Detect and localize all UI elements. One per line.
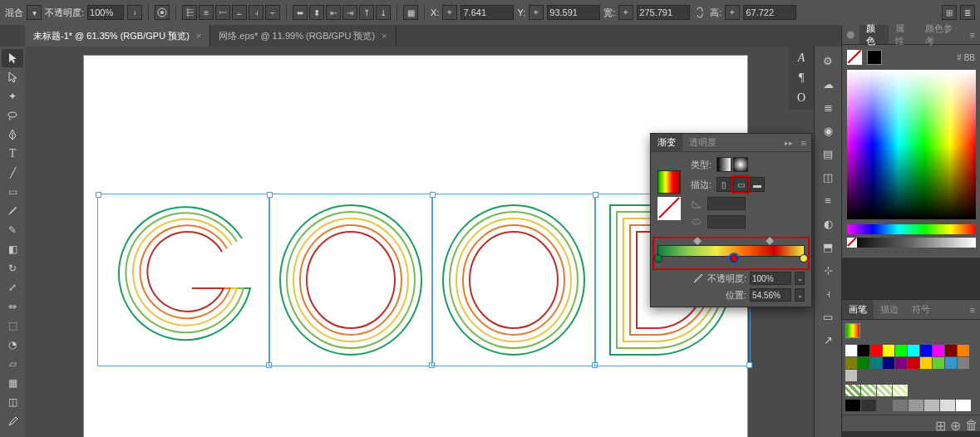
document-tab[interactable]: 未标题-1* @ 61.35% (RGB/GPU 预览) × — [25, 25, 210, 47]
color-spectrum[interactable] — [847, 70, 976, 219]
properties-icon[interactable]: ⚙ — [819, 52, 837, 70]
swatch-cell[interactable] — [895, 345, 907, 356]
y-link-icon[interactable]: ⌖ — [529, 5, 544, 20]
tab-symbols[interactable]: 符号 — [905, 300, 937, 319]
transform-panel-icon[interactable]: ⊹ — [819, 261, 837, 279]
new-swatch-icon[interactable]: ⊕ — [950, 418, 962, 430]
gray-swatch[interactable] — [845, 400, 860, 411]
current-swatch[interactable] — [845, 323, 860, 338]
pathfinder-icon[interactable]: ⬒ — [819, 238, 837, 256]
distribute-left-icon[interactable]: ⇤ — [326, 5, 341, 20]
angle-input[interactable] — [707, 197, 746, 210]
direct-selection-tool[interactable] — [2, 68, 23, 86]
x-link-icon[interactable]: ⌖ — [442, 5, 457, 20]
gradient-panel[interactable]: 渐变 透明度 ▸▸ ≡ 类型: 描边: — [650, 133, 812, 307]
stroke-swatch[interactable] — [867, 50, 882, 65]
fill-stroke-indicator[interactable]: # BB — [847, 50, 975, 65]
collapse-icon[interactable]: ▸▸ — [781, 139, 796, 147]
gray-swatch[interactable] — [877, 400, 892, 411]
align-right-icon[interactable]: ⬳ — [215, 5, 230, 20]
gradient-stop[interactable] — [654, 254, 662, 263]
gray-swatch[interactable] — [956, 400, 971, 411]
x-input[interactable] — [460, 5, 514, 20]
swatch-cell[interactable] — [845, 345, 857, 356]
swatch-cell[interactable] — [870, 345, 882, 356]
paintbrush-tool[interactable] — [2, 202, 23, 220]
opacity-input[interactable] — [87, 5, 124, 20]
swatch-cell[interactable] — [845, 357, 857, 369]
rotate-tool[interactable]: ↻ — [2, 259, 23, 277]
y-input[interactable] — [547, 5, 600, 20]
stroke-icon[interactable]: ≡ — [819, 191, 837, 209]
align-left-icon[interactable]: ⬱ — [182, 5, 197, 20]
swatch-cell[interactable] — [933, 345, 944, 356]
graphic-styles-icon[interactable]: ▤ — [819, 145, 837, 163]
gradient-stop[interactable] — [800, 254, 808, 263]
swatch-library-icon[interactable]: ⊞ — [935, 418, 947, 430]
gradient-preview[interactable] — [657, 170, 681, 194]
radial-gradient-button[interactable] — [733, 157, 748, 172]
panel-menu-icon[interactable]: ≡ — [796, 138, 811, 148]
fill-swatch[interactable] — [847, 50, 862, 65]
distribute-h-icon[interactable]: ⬌ — [293, 5, 308, 20]
eyedropper-icon[interactable] — [692, 273, 704, 284]
stroke-within-button[interactable]: ▯ — [717, 177, 731, 192]
swatch-cell[interactable] — [945, 357, 957, 369]
tab-brushes[interactable]: 画笔 — [842, 300, 874, 319]
tab-color[interactable]: 颜色 — [859, 25, 889, 44]
swatch-cell[interactable] — [883, 345, 894, 356]
swatch-cell[interactable] — [920, 357, 932, 369]
rectangle-tool[interactable]: ▭ — [2, 183, 23, 201]
align-hcenter-icon[interactable]: ≡ — [199, 5, 214, 20]
gray-swatch[interactable] — [861, 400, 876, 411]
distribute-top-icon[interactable]: ⤒ — [359, 5, 374, 20]
stroke-across-button[interactable]: ▬ — [750, 177, 765, 192]
gradient-midpoint[interactable] — [766, 237, 774, 245]
gradient-tool[interactable]: ◫ — [2, 393, 23, 411]
align-bottom-icon[interactable]: ⫟ — [265, 5, 280, 20]
pattern-swatch[interactable] — [861, 385, 876, 396]
character-panel-icon[interactable]: A — [798, 52, 805, 65]
appearance-icon[interactable]: ◉ — [819, 121, 837, 140]
swatch-cell[interactable] — [908, 345, 919, 356]
swatch-cell[interactable] — [908, 357, 919, 369]
width-input[interactable] — [637, 5, 690, 20]
pattern-swatch[interactable] — [845, 385, 860, 396]
tab-gradient[interactable]: 渐变 — [651, 134, 682, 151]
perspective-tool[interactable]: ▱ — [2, 355, 23, 373]
opacity-dropdown[interactable]: ⌄ — [795, 272, 805, 285]
swatch-cell[interactable] — [895, 357, 907, 369]
swatch-cell[interactable] — [870, 357, 882, 369]
gray-swatch[interactable] — [909, 400, 923, 411]
tab-stroke[interactable]: 描边 — [874, 300, 905, 319]
free-transform-tool[interactable]: ⬚ — [2, 317, 23, 335]
linear-gradient-button[interactable] — [717, 157, 731, 172]
layers-icon[interactable]: ≣ — [819, 98, 837, 116]
panel-menu-icon[interactable]: ≡ — [965, 305, 980, 315]
grayscale-ramp[interactable] — [847, 238, 976, 248]
mesh-tool[interactable]: ▦ — [2, 374, 23, 392]
gradient-midpoint[interactable] — [693, 237, 702, 245]
lasso-tool[interactable] — [2, 106, 23, 125]
letter-g[interactable] — [101, 197, 267, 363]
swatch-cell[interactable] — [845, 370, 857, 381]
panel-menu-icon[interactable]: ≣ — [960, 5, 975, 20]
height-input[interactable] — [743, 5, 796, 20]
distribute-v-icon[interactable]: ⬍ — [309, 5, 324, 20]
letter-o[interactable] — [272, 197, 430, 363]
w-link-icon[interactable]: ⌖ — [618, 5, 633, 20]
aspect-input[interactable] — [707, 215, 746, 228]
shape-builder-tool[interactable]: ◔ — [2, 336, 23, 354]
swatch-cell[interactable] — [945, 345, 957, 356]
delete-swatch-icon[interactable]: 🗑 — [965, 418, 977, 430]
tab-transparency[interactable]: 透明度 — [682, 134, 723, 151]
tab-attributes[interactable]: 属性 — [889, 25, 918, 44]
panel-menu-icon[interactable]: ≡ — [965, 30, 980, 40]
tab-color-guide[interactable]: 颜色参考 — [918, 25, 965, 44]
stop-opacity-input[interactable] — [750, 272, 791, 285]
h-link-icon[interactable]: ⌖ — [725, 5, 740, 20]
scale-tool[interactable]: ⤢ — [2, 278, 23, 297]
swatch-cell[interactable] — [933, 357, 944, 369]
gray-swatch[interactable] — [893, 400, 908, 411]
align-top-icon[interactable]: ⫠ — [232, 5, 247, 20]
